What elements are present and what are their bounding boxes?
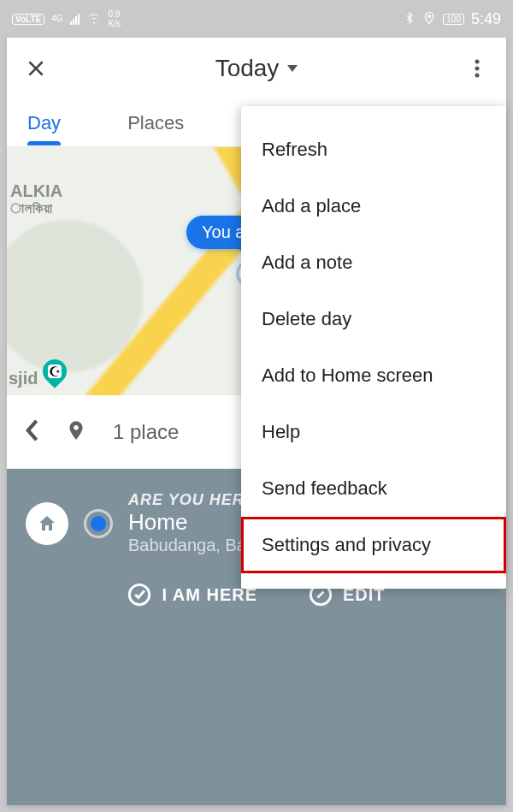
map-area-label: sjid <box>9 369 38 388</box>
statusbar-right: 100 5:49 <box>404 10 501 28</box>
menu-add-home-screen[interactable]: Add to Home screen <box>241 347 506 404</box>
menu-settings-privacy[interactable]: Settings and privacy <box>241 517 506 573</box>
overflow-menu: Refresh Add a place Add a note Delete da… <box>241 106 506 589</box>
location-dot-icon <box>84 509 113 538</box>
statusbar-left: VoLTE 4G 0.9K/s <box>12 9 121 28</box>
network-gen: 4G <box>51 15 62 23</box>
volte-icon: VoLTE <box>12 14 44 25</box>
svg-point-2 <box>475 67 480 71</box>
menu-help[interactable]: Help <box>241 404 506 460</box>
close-button[interactable] <box>21 53 51 84</box>
menu-send-feedback[interactable]: Send feedback <box>241 460 506 517</box>
statusbar: VoLTE 4G 0.9K/s 100 5:49 <box>0 0 513 38</box>
bluetooth-icon <box>404 10 416 28</box>
map-area-label: ALKIA ালকিয়া <box>10 181 62 216</box>
svg-point-3 <box>475 74 480 78</box>
menu-refresh[interactable]: Refresh <box>241 122 506 178</box>
menu-add-note[interactable]: Add a note <box>241 234 506 291</box>
location-icon <box>422 10 436 28</box>
menu-add-place[interactable]: Add a place <box>241 178 506 234</box>
app-frame: Today Day Places ALKIA ালকিয়া 🎬 You are… <box>7 38 506 805</box>
svg-point-4 <box>74 425 78 430</box>
tab-places[interactable]: Places <box>124 102 187 145</box>
overflow-menu-button[interactable] <box>462 53 492 84</box>
map-poi-pin[interactable]: ☪ <box>38 354 72 388</box>
svg-point-0 <box>428 15 431 17</box>
chevron-down-icon <box>287 65 298 72</box>
place-pin-icon <box>65 416 87 448</box>
date-selector[interactable]: Today <box>215 55 298 82</box>
header: Today <box>7 38 506 99</box>
tab-day[interactable]: Day <box>24 102 64 145</box>
clock: 5:49 <box>471 10 501 28</box>
net-speed: 0.9K/s <box>109 9 121 28</box>
battery-icon: 100 <box>443 14 464 25</box>
home-icon <box>26 502 68 545</box>
place-count: 1 place <box>113 420 179 444</box>
wifi-icon <box>86 11 102 27</box>
header-title: Today <box>215 55 280 82</box>
svg-point-1 <box>475 60 480 64</box>
signal-icon <box>70 13 80 25</box>
i-am-here-button[interactable]: I AM HERE <box>127 583 257 607</box>
prev-day-button[interactable] <box>24 418 39 446</box>
menu-delete-day[interactable]: Delete day <box>241 291 506 347</box>
